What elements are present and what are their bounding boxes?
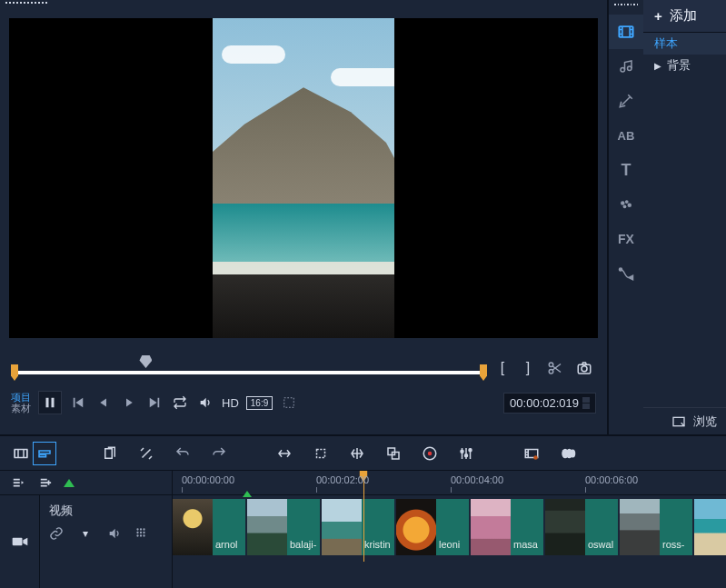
ruler-tick: 00:00:02:00 <box>316 474 369 485</box>
tools-menu-button[interactable] <box>134 442 158 465</box>
grip-icon[interactable] <box>134 526 147 541</box>
timeline-clip[interactable]: masa <box>471 499 543 555</box>
list-expand-button[interactable] <box>36 475 55 490</box>
snapshot-button[interactable] <box>572 356 596 380</box>
volume-button[interactable] <box>196 394 214 412</box>
split-clip-button[interactable] <box>543 356 567 380</box>
library-folder-backgrounds[interactable]: ▶ 背景 <box>643 55 726 76</box>
library-panel: + 添加 样本 ▶ 背景 浏览 <box>643 0 726 434</box>
browse-button[interactable]: 浏览 <box>643 407 726 434</box>
audio-tab[interactable] <box>609 49 643 84</box>
svg-point-35 <box>469 448 472 451</box>
timeline-clip[interactable]: ross- <box>620 499 692 555</box>
timeline-clip[interactable]: trevo <box>694 499 726 555</box>
range-start-marker[interactable] <box>243 491 252 497</box>
timeline-clip[interactable]: kristin <box>322 499 394 555</box>
redo-button[interactable] <box>207 442 231 465</box>
pan-zoom-button[interactable] <box>345 442 369 465</box>
timeline-clip[interactable]: leoni <box>396 499 469 555</box>
timecode-display[interactable]: 00:00:02:019 <box>503 393 596 414</box>
drag-handle-top[interactable] <box>0 0 607 11</box>
video-track-header: 视频 ▾ <box>40 495 173 588</box>
quality-hd-label[interactable]: HD <box>222 396 239 410</box>
media-library-tab[interactable] <box>609 15 643 49</box>
timeline-ruler[interactable]: 00:00:00:0000:00:02:0000:00:04:0000:00:0… <box>173 471 726 494</box>
crop-button[interactable] <box>309 442 333 465</box>
next-frame-button[interactable] <box>120 394 138 412</box>
svg-point-21 <box>620 268 622 271</box>
drag-handle-right[interactable] <box>609 0 643 15</box>
timecode-spinner[interactable] <box>582 397 590 409</box>
fit-project-button[interactable] <box>273 442 296 465</box>
timeline-clip[interactable]: balaji- <box>247 499 320 555</box>
scrub-playhead[interactable] <box>139 355 152 368</box>
loop-button[interactable] <box>171 394 189 412</box>
svg-marker-41 <box>22 481 25 484</box>
chapter-marker-button[interactable] <box>520 442 543 465</box>
svg-rect-4 <box>46 398 49 408</box>
ruler-tick: 00:00:04:00 <box>451 474 503 485</box>
track-manager-button[interactable] <box>556 442 580 465</box>
zoom-indicator-icon[interactable] <box>64 479 75 487</box>
clip-label: ross- <box>660 499 692 555</box>
timeline-clip[interactable]: oswal <box>545 499 618 555</box>
storyboard-view-button[interactable] <box>9 442 33 465</box>
fx-tab[interactable]: FX <box>609 222 643 256</box>
timeline-view-button[interactable] <box>33 442 56 465</box>
svg-point-53 <box>143 534 144 536</box>
library-folder-label: 背景 <box>667 57 691 74</box>
browse-label: 浏览 <box>693 414 717 430</box>
svg-rect-26 <box>39 454 46 456</box>
effects-tab[interactable] <box>609 84 643 118</box>
svg-point-48 <box>136 532 138 533</box>
link-icon[interactable] <box>49 526 64 541</box>
svg-point-19 <box>628 204 632 208</box>
scrub-track[interactable] <box>11 371 487 374</box>
video-track-toggle[interactable] <box>0 495 40 588</box>
timecode-value: 00:00:02:019 <box>510 396 579 410</box>
add-media-button[interactable]: + 添加 <box>643 0 726 33</box>
project-mode-label: 项目 <box>11 392 31 403</box>
copy-attributes-button[interactable] <box>98 442 122 465</box>
mark-out-button[interactable]: ] <box>518 357 538 379</box>
clip-thumbnail <box>545 499 585 555</box>
chevron-down-icon[interactable]: ▾ <box>76 526 94 541</box>
library-folder-label: 样本 <box>654 35 678 52</box>
preview-viewport[interactable] <box>9 18 598 338</box>
list-collapse-button[interactable] <box>9 475 27 490</box>
video-track-title: 视频 <box>49 503 163 519</box>
clip-mode-label: 素材 <box>11 403 31 414</box>
clip-label: kristin <box>362 499 394 555</box>
svg-rect-6 <box>74 398 75 408</box>
record-button[interactable] <box>418 442 442 465</box>
add-label: 添加 <box>670 7 697 25</box>
subtitle-tab[interactable]: AB <box>609 118 643 153</box>
playback-mode-toggle[interactable]: 项目 素材 <box>11 392 31 414</box>
aspect-ratio-label[interactable]: 16:9 <box>246 396 273 410</box>
clip-thumbnail <box>620 499 660 555</box>
go-end-button[interactable] <box>145 394 164 412</box>
preview-frame <box>213 18 394 338</box>
svg-point-50 <box>143 532 144 533</box>
prev-frame-button[interactable] <box>94 394 113 412</box>
mark-in-button[interactable]: [ <box>492 357 512 379</box>
resize-handles-button[interactable] <box>280 394 298 412</box>
video-track-clips[interactable]: arnolbalaji-kristinleonimasaoswalross-tr… <box>173 495 726 588</box>
overlay-tab[interactable] <box>609 187 643 222</box>
clip-label: balaji- <box>287 499 320 555</box>
audio-mixer-button[interactable] <box>454 442 478 465</box>
svg-point-32 <box>428 451 433 455</box>
go-start-button[interactable] <box>69 394 87 412</box>
svg-marker-7 <box>75 398 83 408</box>
clip-thumbnail <box>396 499 436 555</box>
pause-button[interactable] <box>38 391 62 414</box>
title-tab[interactable]: T <box>609 153 643 187</box>
motion-path-tab[interactable] <box>609 256 643 291</box>
svg-point-34 <box>465 453 468 456</box>
svg-point-33 <box>461 450 463 453</box>
timeline-clip[interactable]: arnol <box>173 499 245 555</box>
mute-track-icon[interactable] <box>107 526 122 541</box>
undo-button[interactable] <box>171 442 194 465</box>
aspect-tool-button[interactable] <box>382 442 405 465</box>
library-folder-samples[interactable]: 样本 <box>643 33 726 55</box>
